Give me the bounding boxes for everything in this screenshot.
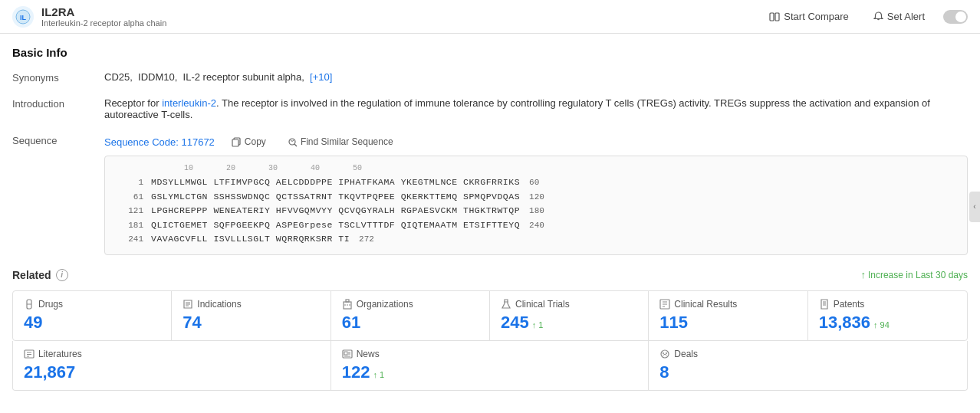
app-header: IL IL2RA Interleukin-2 receptor alpha ch… xyxy=(0,0,980,34)
svg-rect-3 xyxy=(775,13,779,21)
literatures-label: Literatures xyxy=(38,349,82,359)
svg-rect-31 xyxy=(344,352,347,355)
drugs-value: 49 xyxy=(24,313,42,333)
seq-num-2: 61 xyxy=(114,191,148,205)
sequence-line-3: 121 LPGHCREPPP WENEATERIY HFVVGQMVYY QCV… xyxy=(114,204,958,218)
organizations-value: 61 xyxy=(342,313,360,333)
svg-text:IL: IL xyxy=(20,14,27,21)
seq-end-3: 180 xyxy=(529,205,544,218)
introduction-row: Introduction Receptor for interleukin-2.… xyxy=(12,97,968,120)
sequence-code[interactable]: Sequence Code: 117672 xyxy=(104,136,215,148)
increase-label: ↑ Increase in Last 30 days xyxy=(860,269,968,280)
seq-body-2: GSLYMLCTGN SSHSSWDNQC QCTSSATRNT TKQVTPQ… xyxy=(151,190,520,204)
main-content: Basic Info Synonyms CD25, IDDM10, IL-2 r… xyxy=(0,34,980,403)
synonyms-label: Synonyms xyxy=(12,71,104,84)
bell-icon xyxy=(873,11,883,21)
seq-end-2: 120 xyxy=(529,191,544,205)
organizations-label: Organizations xyxy=(357,299,413,310)
clinical-trials-value: 245 xyxy=(501,313,529,333)
search-sequence-icon xyxy=(288,137,298,147)
related-section: Related i ↑ Increase in Last 30 days Dru… xyxy=(12,269,968,391)
news-icon xyxy=(342,349,353,359)
svg-rect-14 xyxy=(346,300,349,302)
seq-num-5: 241 xyxy=(114,233,148,247)
svg-rect-2 xyxy=(770,13,774,21)
introduction-label: Introduction xyxy=(12,97,104,110)
alert-toggle[interactable] xyxy=(943,10,968,24)
sequence-header: Sequence Code: 117672 Copy xyxy=(104,134,968,149)
synonyms-more-link[interactable]: [+10] xyxy=(310,71,332,83)
related-header: Related i ↑ Increase in Last 30 days xyxy=(12,269,968,281)
arrow-up-icon: ↑ xyxy=(860,269,866,280)
patents-icon xyxy=(819,299,830,310)
clinical-trials-icon xyxy=(501,299,511,310)
basic-info-section: Basic Info Synonyms CD25, IDDM10, IL-2 r… xyxy=(12,46,968,255)
news-delta: ↑ 1 xyxy=(373,370,384,379)
clinical-results-icon xyxy=(659,299,670,310)
sequence-line-2: 61 GSLYMLCTGN SSHSSWDNQC QCTSSATRNT TKQV… xyxy=(114,190,958,205)
organizations-icon xyxy=(342,299,353,310)
synonyms-row: Synonyms CD25, IDDM10, IL-2 receptor sub… xyxy=(12,71,968,84)
svg-rect-5 xyxy=(232,139,238,146)
seq-body-4: QLICTGEMET SQFPGEEKPQ ASPEGrpese TSCLVTT… xyxy=(151,218,520,232)
gene-title: IL2RA xyxy=(41,5,166,18)
stat-clinical-results[interactable]: Clinical Results 115 xyxy=(649,291,807,340)
seq-end-5: 272 xyxy=(359,233,374,247)
seq-end-1: 60 xyxy=(529,176,539,190)
stat-deals[interactable]: Deals 8 xyxy=(649,341,967,390)
copy-label: Copy xyxy=(245,136,266,147)
related-title-row: Related i xyxy=(12,269,68,281)
clinical-trials-delta: ↑ 1 xyxy=(532,320,544,329)
copy-button[interactable]: Copy xyxy=(227,134,271,149)
header-left: IL IL2RA Interleukin-2 receptor alpha ch… xyxy=(12,5,166,28)
drugs-label: Drugs xyxy=(38,299,63,310)
news-value: 122 xyxy=(342,362,370,382)
seq-body-5: VAVAGCVFLL ISVLLLSGLT WQRRQRKSRR TI xyxy=(151,232,350,246)
indications-label: Indications xyxy=(197,299,241,310)
svg-point-36 xyxy=(663,352,664,354)
patents-value: 13,836 xyxy=(819,313,870,333)
interleukin-link[interactable]: interleukin-2 xyxy=(162,97,216,109)
stat-clinical-trials[interactable]: Clinical Trials 245 ↑ 1 xyxy=(490,291,649,340)
drugs-icon xyxy=(24,299,35,310)
seq-body-1: MDSYLLMWGL LTFIMVPGCQ AELCDDDPPE IPHATFK… xyxy=(151,175,520,189)
stat-news[interactable]: News 122 ↑ 1 xyxy=(331,341,649,390)
stat-organizations[interactable]: Organizations 61 xyxy=(331,291,490,340)
sequence-line-1: 1 MDSYLLMWGL LTFIMVPGCQ AELCDDDPPE IPHAT… xyxy=(114,175,958,190)
deals-label: Deals xyxy=(674,349,698,359)
info-icon[interactable]: i xyxy=(56,269,68,281)
stats-grid: Drugs 49 Indications xyxy=(12,290,968,341)
stat-indications[interactable]: Indications 74 xyxy=(172,291,331,340)
patents-label: Patents xyxy=(834,299,865,310)
sequence-box: 10 20 30 40 50 1 MDSYLLMWGL LTFIMVPGCQ A… xyxy=(104,156,968,255)
set-alert-button[interactable]: Set Alert xyxy=(867,8,931,25)
right-panel-arrow[interactable]: ‹ xyxy=(969,192,980,222)
stat-patents[interactable]: Patents 13,836 ↑ 94 xyxy=(808,291,967,340)
basic-info-title: Basic Info xyxy=(12,46,968,59)
stat-drugs[interactable]: Drugs 49 xyxy=(13,291,172,340)
indications-icon xyxy=(183,299,193,310)
stat-literatures[interactable]: Literatures 21,867 xyxy=(13,341,331,390)
gene-subtitle: Interleukin-2 receptor alpha chain xyxy=(41,18,166,28)
seq-num-3: 121 xyxy=(114,205,148,218)
sequence-label: Sequence xyxy=(12,134,104,146)
deals-value: 8 xyxy=(659,362,669,382)
header-title-block: IL2RA Interleukin-2 receptor alpha chain xyxy=(41,5,166,28)
clinical-results-label: Clinical Results xyxy=(674,299,737,310)
literatures-value: 21,867 xyxy=(24,362,75,382)
app-logo-icon: IL xyxy=(12,6,34,28)
seq-end-4: 240 xyxy=(529,219,544,233)
find-similar-button[interactable]: Find Similar Sequence xyxy=(283,134,398,149)
seq-num-1: 1 xyxy=(114,176,148,190)
start-compare-label: Start Compare xyxy=(784,11,849,22)
sequence-line-5: 241 VAVAGCVFLL ISVLLLSGLT WQRRQRKSRR TI … xyxy=(114,232,958,247)
sequence-value: Sequence Code: 117672 Copy xyxy=(104,134,968,255)
sequence-line-4: 181 QLICTGEMET SQFPGEEKPQ ASPEGrpese TSC… xyxy=(114,218,958,233)
increase-text: Increase in Last 30 days xyxy=(868,270,968,280)
sequence-row: Sequence Sequence Code: 117672 Copy xyxy=(12,134,968,255)
compare-icon xyxy=(769,11,780,22)
find-similar-label: Find Similar Sequence xyxy=(301,136,393,147)
seq-num-4: 181 xyxy=(114,219,148,233)
start-compare-button[interactable]: Start Compare xyxy=(763,8,855,25)
indications-value: 74 xyxy=(183,313,201,333)
